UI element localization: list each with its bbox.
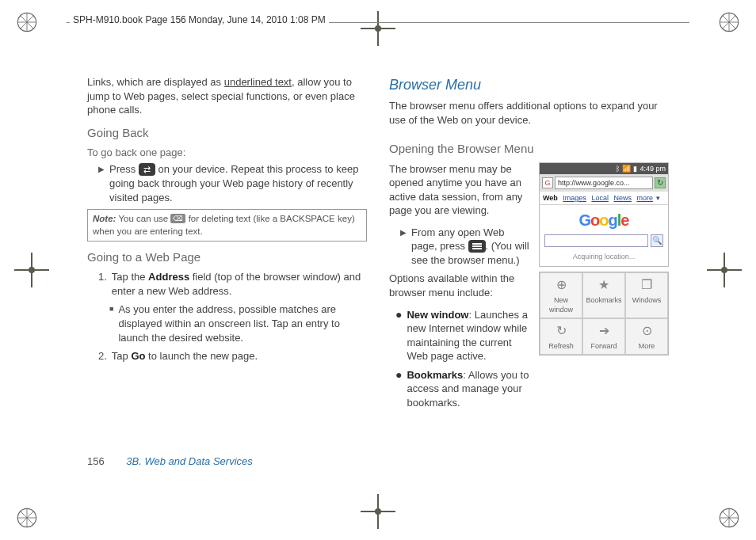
menu-item-windows: ❐Windows [625,272,668,318]
step-2: 2. Tap Go to launch the new page. [98,349,367,363]
favicon-icon: G [542,177,553,188]
bold-go: Go [131,350,145,362]
browser-menu-intro: The browser menu offers additional optio… [389,99,669,127]
label: Forward [590,342,617,350]
menu-item-bookmarks: ★Bookmarks [582,272,625,318]
row-text: Options available within the browser men… [389,272,531,414]
crosshair-icon [14,253,49,287]
more-icon: ⊙ [628,322,666,340]
page-body: Links, which are displayed as underlined… [87,75,669,414]
underlined-text-example: underlined text [224,76,292,88]
registration-mark-icon [718,507,740,529]
left-column: Links, which are displayed as underlined… [87,75,367,414]
search-row: 🔍 [540,234,668,250]
signal-icon: 📶 [622,164,631,173]
step-text: Press ⇄ on your device. Repeat this proc… [109,162,367,204]
logo-letter: o [590,211,599,229]
status-bar: ᛒ 📶 ▮ 4:49 pm [540,163,668,174]
heading-going-to: Going to a Web Page [87,249,367,265]
step-text: From any open Web page, press . (You wil… [411,226,531,268]
crosshair-icon [361,494,395,529]
logo-letter: e [620,211,628,229]
registration-mark-icon [16,507,38,529]
forward-arrow-icon: ➔ [585,322,623,340]
windows-icon: ❐ [628,276,666,294]
dot-bullet-icon: ● [395,309,402,364]
crosshair-icon [707,253,742,287]
heading-opening-menu: Opening the Browser Menu [389,141,669,157]
opening-p1: The browser menu may be opened anytime y… [389,162,531,218]
url-bar: G http://www.google.co... ↻ [540,174,668,192]
back-key-icon: ⇄ [139,163,155,176]
search-button-icon: 🔍 [651,234,663,247]
bold-new-window: New window [407,309,468,321]
triangle-bullet-icon: ▶ [98,164,105,206]
logo-letter: G [579,211,591,229]
crosshair-icon [361,11,395,46]
dropdown-icon: ▾ [656,194,660,202]
menu-item-more: ⊙More [625,318,668,355]
plus-circle-icon: ⊕ [542,276,580,294]
text: You can use [116,214,170,223]
label: More [639,342,655,350]
registration-mark-icon [16,11,38,33]
text: to launch the new page. [145,350,258,362]
star-icon: ★ [585,276,623,294]
bullet-text: Bookmarks: Allows you to access and mana… [407,368,531,410]
step-open-menu: ▶ From any open Web page, press . (You w… [400,226,531,268]
page-number: 156 [87,455,105,467]
figure-browser-screenshot: ᛒ 📶 ▮ 4:49 pm G http://www.google.co... … [539,162,669,272]
menu-item-new-window: ⊕New window [540,272,582,318]
opening-p2: Options available within the browser men… [389,272,531,299]
step-text: Tap Go to launch the new page. [112,349,258,363]
label: Refresh [548,342,574,350]
right-column: Browser Menu The browser menu offers add… [389,75,669,414]
step-text: Tap the Address field (top of the browse… [112,270,367,298]
subheading-go-back: To go back one page: [87,146,367,160]
step-number: 2. [98,349,107,363]
step-1: 1. Tap the Address field (top of the bro… [98,270,367,298]
bold-bookmarks: Bookmarks [407,369,463,381]
bullet-new-window: ● New window: Launches a new Internet wi… [395,308,531,363]
note-label: Note: [93,214,116,223]
refresh-icon: ↻ [542,322,580,340]
menu-item-refresh: ↻Refresh [540,318,582,355]
running-head: SPH-M910.book Page 156 Monday, June 14, … [70,14,329,25]
heading-browser-menu: Browser Menu [389,75,669,94]
label: New window [549,296,573,314]
substep-1: ■ As you enter the address, possible mat… [109,302,367,344]
square-bullet-icon: ■ [109,304,113,346]
section-title: 3B. Web and Data Services [126,455,252,467]
label: Windows [632,296,662,304]
step-number: 1. [98,270,107,298]
bullet-bookmarks: ● Bookmarks: Allows you to access and ma… [395,368,531,410]
menu-item-forward: ➔Forward [582,318,625,355]
row-menu-options: Options available within the browser men… [389,272,669,414]
text: Press [109,163,139,175]
row-text: The browser menu may be opened anytime y… [389,162,531,272]
tab-local: Local [591,194,609,202]
delete-key-icon: ⌫ [170,214,185,223]
tab-more: more [636,194,653,202]
label: Bookmarks [586,296,621,304]
bold-address: Address [148,271,189,283]
dot-bullet-icon: ● [395,369,402,411]
registration-mark-icon [718,11,740,33]
menu-grid: ⊕New window ★Bookmarks ❐Windows ↻Refresh… [540,272,668,355]
links-intro: Links, which are displayed as underlined… [87,75,367,117]
acquiring-location: Acquiring location... [540,250,668,266]
menu-key-icon [468,240,486,253]
logo-letter: g [609,211,617,229]
reload-icon: ↻ [655,177,666,188]
search-box [544,234,648,247]
triangle-bullet-icon: ▶ [400,227,407,269]
logo-letter: o [599,211,608,229]
browser-menu-screenshot: ⊕New window ★Bookmarks ❐Windows ↻Refresh… [539,272,669,356]
tab-images: Images [563,194,586,202]
substep-text: As you enter the address, possible match… [118,302,367,344]
text: Tap the [112,271,148,283]
note-box: Note: You can use ⌫ for deleting text (l… [87,209,367,241]
phone-screenshot: ᛒ 📶 ▮ 4:49 pm G http://www.google.co... … [539,162,669,267]
heading-going-back: Going Back [87,125,367,141]
google-logo: Google [540,205,668,234]
